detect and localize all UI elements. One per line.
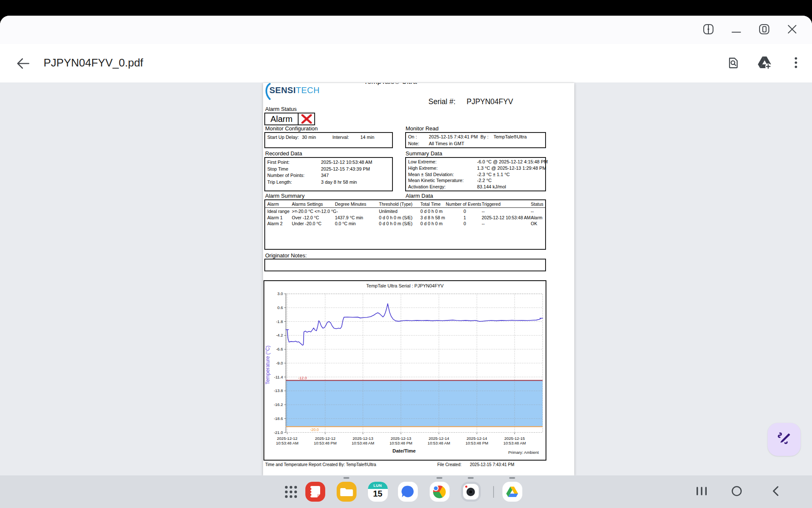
find-in-document-icon — [727, 56, 740, 71]
calendar-app-icon[interactable]: LUN15 — [368, 482, 388, 502]
summary-row-value: -2.2 °C — [477, 178, 491, 183]
monitor-read-box: On :2025-12-15 7:43:41 PMBy :TempTale®Ul… — [405, 132, 546, 148]
alarm-table-cell: 0 — [448, 209, 482, 214]
nav-recents-button[interactable] — [690, 475, 713, 508]
svg-text:-16.2: -16.2 — [274, 402, 283, 407]
my-files-app-icon[interactable] — [337, 482, 357, 502]
nav-home-button[interactable] — [725, 475, 749, 508]
back-button[interactable] — [16, 57, 30, 70]
alarm-table-cell: 0.0 °C min — [335, 221, 356, 226]
split-screen-button[interactable] — [703, 25, 714, 36]
pop-up-view-button[interactable] — [759, 25, 770, 36]
alarm-table-header: Triggered — [482, 202, 501, 207]
originator-notes-box — [264, 259, 546, 271]
messages-app-icon[interactable] — [398, 482, 418, 502]
alarm-table-cell: -- — [531, 209, 534, 214]
svg-text:2025-12-1510:53:48 AM: 2025-12-1510:53:48 AM — [503, 436, 526, 445]
summary-row-label: Mean ± Std Deviation: — [408, 172, 454, 177]
alarm-table-cell: Ideal range — [267, 209, 290, 214]
alarm-table-cell: >=-20.0 °C <=-12.0 °C — [292, 209, 336, 214]
file-created-value: 2025-12-15 7:43:41 PM — [470, 462, 514, 467]
recorded-data-box: First Point:2025-12-12 10:53:48 AMStop T… — [264, 157, 393, 191]
summary-data-box: Low Extreme:-6.0 °C @ 2025-12-12 4:15:48… — [405, 157, 546, 191]
temperature-chart: 3.00.6-1.8-4.2-6.6-9.0-11.4-13.8-16.2-18… — [263, 280, 546, 461]
annotate-button[interactable] — [768, 423, 801, 456]
read-row-value: All Times in GMT — [429, 141, 464, 146]
alarm-x-icon — [298, 113, 314, 124]
add-to-drive-button[interactable] — [758, 57, 771, 70]
chart-ylabel: Temperature (°C) — [265, 345, 271, 384]
find-in-document-button[interactable] — [727, 57, 740, 70]
app-window: PJPYN04FYV_0.pdf — [0, 16, 812, 508]
recorded-row-label: Number of Points: — [267, 173, 304, 178]
recorded-row-label: Stop Time — [267, 166, 288, 171]
nav-back-icon — [773, 486, 779, 498]
alarm-table-cell: -- — [482, 209, 485, 214]
chrome-app-icon[interactable] — [430, 482, 450, 502]
alarm-table-header: Degree Minutes — [335, 202, 366, 207]
svg-text:3.0: 3.0 — [277, 291, 283, 296]
camera-app-icon[interactable] — [461, 482, 481, 502]
chrome-running-indicator — [436, 477, 442, 479]
alarm-data-title: Alarm Data — [406, 193, 433, 199]
summary-row-value: -6.0 °C @ 2025-12-12 4:15:48 PM — [477, 159, 548, 164]
svg-text:2025-12-1210:53:48 PM: 2025-12-1210:53:48 PM — [314, 436, 337, 445]
svg-text:-9.0: -9.0 — [276, 361, 283, 365]
my-files-running-indicator — [343, 477, 349, 479]
google-drive-running-indicator — [509, 477, 515, 479]
app-drawer-button[interactable] — [281, 482, 301, 502]
alarm-table-header: Number of Events — [446, 202, 481, 207]
alarm-table-cell: 3 d 8 h 58 m — [420, 215, 445, 220]
alarm-table-cell: OK — [531, 221, 537, 226]
alarm-summary-title: Alarm Summary — [265, 193, 304, 199]
more-options-icon — [794, 56, 798, 71]
alarm-table-cell: 0 d 0 h 0 m — [420, 209, 443, 214]
back-arrow-icon — [16, 64, 30, 71]
svg-text:-13.8: -13.8 — [274, 388, 283, 393]
google-drive-app-icon[interactable] — [502, 482, 522, 502]
minimize-icon — [731, 24, 742, 36]
monitor-configuration-box: Start Up Delay:30 minInterval:14 min — [264, 132, 393, 148]
serial-number: Serial #:PJPYN04FYV — [428, 97, 513, 106]
svg-text:-1.8: -1.8 — [276, 319, 283, 324]
summary-row-label: High Extreme: — [408, 166, 438, 171]
nav-back-button[interactable] — [764, 475, 787, 508]
summary-row-label: Low Extreme: — [408, 159, 436, 164]
camera-running-indicator — [468, 477, 474, 479]
recorded-row-value: 2025-12-12 10:53:48 AM — [321, 160, 372, 165]
samsung-notes-app-icon[interactable] — [305, 482, 325, 502]
window-title-bar — [0, 16, 812, 44]
summary-row-value: 83.144 kJ/mol — [477, 184, 506, 189]
alarm-table-header: Status — [531, 202, 543, 207]
svg-text:-18.6: -18.6 — [274, 416, 283, 421]
chart-annotation: Primary: Ambient — [508, 450, 539, 455]
document-scroll-area[interactable]: SENSITECH TempTale® Ultra Serial #:PJPYN… — [0, 83, 812, 475]
nav-home-icon — [731, 486, 742, 498]
alarm-table-cell: Alarm — [531, 215, 542, 220]
config-field-value: 14 min — [360, 135, 374, 140]
alarm-table-header: Total Time — [420, 202, 441, 207]
read-row-value: 2025-12-15 7:43:41 PM — [429, 134, 478, 139]
taskbar: LUN15 — [0, 475, 812, 508]
svg-text:-6.6: -6.6 — [276, 347, 283, 351]
recorded-data-title: Recorded Data — [265, 150, 302, 157]
minimize-button[interactable] — [731, 25, 742, 36]
more-options-button[interactable] — [789, 57, 803, 70]
recorded-row-value: 347 — [321, 173, 329, 178]
alarm-table-cell: 2025-12-12 10:53:48 AM — [482, 215, 531, 220]
document-filename: PJPYN04FYV_0.pdf — [44, 56, 143, 69]
recorded-row-label: Trip Length: — [267, 179, 292, 185]
alarm-table-cell: 1437.9 °C min — [335, 215, 363, 220]
alarm-status-box: Alarm — [264, 113, 315, 125]
monitor-configuration-title: Monitor Configuration — [265, 125, 318, 132]
svg-text:2025-12-1410:53:48 PM: 2025-12-1410:53:48 PM — [466, 436, 488, 445]
close-button[interactable] — [787, 25, 798, 36]
svg-text:2025-12-1210:53:48 AM: 2025-12-1210:53:48 AM — [276, 436, 298, 445]
nav-recents-icon — [696, 486, 707, 497]
read-row-label: Note: — [408, 141, 419, 146]
chart-xlabel: Date/Time — [392, 448, 416, 453]
chart-title: TempTale Ultra Serial : PJPYN04FYV — [366, 283, 444, 288]
alarm-table-cell: 0 d 0 h 0 m (S/E) — [379, 221, 412, 226]
alarm-table-cell: Unlimited — [379, 209, 398, 214]
read-row-label: On : — [408, 134, 417, 139]
